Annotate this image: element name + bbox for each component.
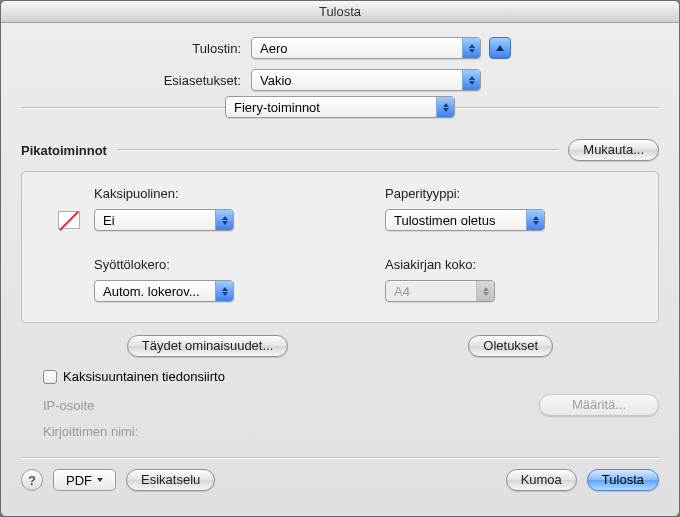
dropdown-arrows-icon — [436, 97, 454, 117]
full-properties-button[interactable]: Täydet ominaisuudet... — [127, 335, 289, 357]
printer-label: Tulostin: — [21, 41, 251, 56]
presets-row: Esiasetukset: Vakio — [21, 69, 659, 91]
papertype-select-value: Tulostimen oletus — [386, 213, 526, 228]
dropdown-arrows-icon — [476, 281, 494, 301]
dropdown-arrows-icon — [462, 38, 480, 58]
docsize-select-value: A4 — [386, 284, 476, 299]
dialog-footer: ? PDF Esikatselu Kumoa Tulosta — [21, 469, 659, 493]
preview-button[interactable]: Esikatselu — [126, 469, 215, 491]
inputtray-select-value: Autom. lokerov... — [95, 284, 215, 299]
duplex-label: Kaksipuolinen: — [94, 186, 345, 201]
help-button[interactable]: ? — [21, 469, 43, 491]
bidi-checkbox-row: Kaksisuuntainen tiedonsiirto — [43, 369, 659, 384]
defaults-button[interactable]: Oletukset — [468, 335, 553, 357]
dropdown-arrows-icon — [215, 210, 233, 230]
printer-name-label: Kirjoittimen nimi: — [43, 424, 138, 439]
help-icon: ? — [28, 473, 36, 488]
inputtray-label: Syöttölokero: — [94, 257, 345, 272]
docsize-label: Asiakirjan koko: — [385, 257, 636, 272]
bidi-checkbox-label: Kaksisuuntainen tiedonsiirto — [63, 369, 225, 384]
duplex-off-icon — [58, 211, 80, 229]
presets-select[interactable]: Vakio — [251, 69, 481, 91]
bidi-checkbox[interactable] — [43, 370, 57, 384]
dropdown-arrows-icon — [215, 281, 233, 301]
printer-select-value: Aero — [252, 41, 462, 56]
pdf-menu-button[interactable]: PDF — [53, 469, 116, 491]
bottom-divider — [21, 457, 659, 459]
print-button[interactable]: Tulosta — [587, 469, 659, 491]
docsize-select: A4 — [385, 280, 495, 302]
duplex-select[interactable]: Ei — [94, 209, 234, 231]
dropdown-arrows-icon — [462, 70, 480, 90]
dropdown-arrows-icon — [526, 210, 544, 230]
divider-line — [117, 149, 558, 151]
triangle-up-icon — [496, 45, 504, 51]
quick-actions-title: Pikatoiminnot — [21, 143, 107, 158]
ip-label: IP-osoite — [43, 398, 163, 413]
customize-button[interactable]: Mukauta... — [568, 139, 659, 161]
printer-select[interactable]: Aero — [251, 37, 481, 59]
quick-actions-header: Pikatoiminnot Mukauta... — [21, 139, 659, 161]
presets-select-value: Vakio — [252, 73, 462, 88]
disclosure-button[interactable] — [489, 37, 511, 59]
presets-label: Esiasetukset: — [21, 73, 251, 88]
triangle-down-icon — [97, 478, 103, 482]
window-title: Tulosta — [1, 1, 679, 23]
cancel-button[interactable]: Kumoa — [506, 469, 577, 491]
pane-divider: Fiery-toiminnot — [21, 107, 659, 109]
papertype-select[interactable]: Tulostimen oletus — [385, 209, 545, 231]
papertype-label: Paperityyppi: — [385, 186, 636, 201]
pdf-menu-label: PDF — [66, 473, 92, 488]
configure-button: Määritä... — [539, 394, 659, 416]
print-dialog-window: Tulosta Tulostin: Aero Esiasetukset: Vak… — [0, 0, 680, 517]
printer-name-row: Kirjoittimen nimi: — [43, 424, 659, 439]
pane-select[interactable]: Fiery-toiminnot — [225, 96, 455, 118]
quick-actions-panel: Kaksipuolinen: Paperityyppi: Ei Tulostim… — [21, 171, 659, 323]
inputtray-select[interactable]: Autom. lokerov... — [94, 280, 234, 302]
mid-buttons-row: Täydet ominaisuudet... Oletukset — [21, 335, 659, 357]
ip-row: IP-osoite Määritä... — [43, 394, 659, 416]
pane-select-value: Fiery-toiminnot — [226, 100, 436, 115]
printer-row: Tulostin: Aero — [21, 37, 659, 59]
duplex-select-value: Ei — [95, 213, 215, 228]
dialog-content: Tulostin: Aero Esiasetukset: Vakio Fiery… — [1, 23, 679, 516]
